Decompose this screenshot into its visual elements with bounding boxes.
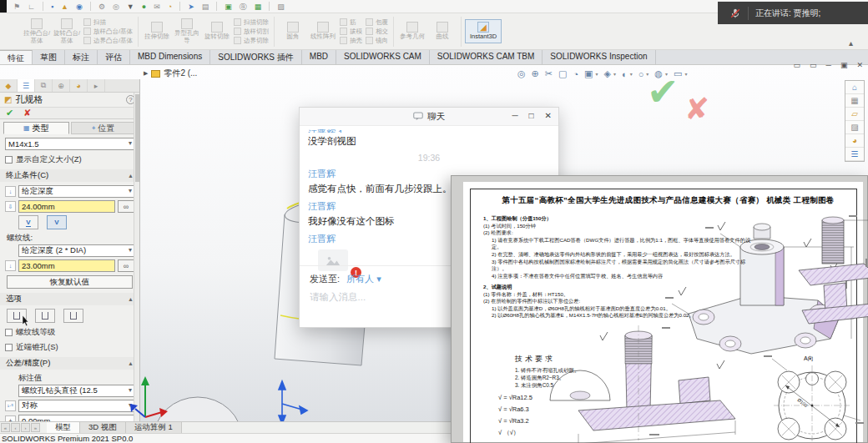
- hole-depth-input[interactable]: 24.00mm: [18, 200, 115, 213]
- display-style-icon[interactable]: ◈: [604, 68, 611, 79]
- close-icon[interactable]: ✕: [545, 111, 552, 120]
- instant3d-button[interactable]: ◢ Instant3D: [465, 19, 502, 43]
- near-side-countersink-checkbox[interactable]: 近端锥孔(S): [5, 342, 134, 353]
- nav-next-icon[interactable]: ›: [21, 423, 30, 432]
- design-library-icon[interactable]: ▦: [845, 94, 864, 108]
- nav-first-icon[interactable]: «: [1, 423, 10, 432]
- show-custom-size-checkbox[interactable]: 显示自定义大小(Z): [5, 154, 134, 165]
- overflow-tab[interactable]: ▸: [88, 79, 105, 92]
- revolved-boss-button[interactable]: 旋转凸台/基体: [52, 18, 82, 44]
- extruded-boss-button[interactable]: 拉伸凸台/基体: [22, 18, 52, 44]
- file-explorer-icon[interactable]: ▱: [845, 108, 864, 121]
- cascade-icon[interactable]: ▭: [810, 61, 817, 69]
- close-icon[interactable]: ✕: [856, 61, 863, 69]
- tab-position[interactable]: ⌖位置: [71, 122, 137, 134]
- revolved-cut-button[interactable]: 旋转切除: [202, 22, 232, 40]
- curves-button[interactable]: 曲线: [427, 22, 457, 40]
- link-values-button[interactable]: ∞: [118, 200, 134, 213]
- tab-addins[interactable]: SOLIDWORKS 插件: [210, 50, 302, 64]
- edit-appearance-icon[interactable]: ○: [638, 69, 644, 79]
- ok-button[interactable]: ✔: [6, 108, 13, 118]
- print-icon[interactable]: ▼: [127, 1, 134, 13]
- end-condition-select[interactable]: 给定深度: [18, 185, 134, 198]
- view-orientation-icon[interactable]: ▣: [584, 68, 593, 79]
- select-tool-icon[interactable]: ⚑: [13, 1, 20, 13]
- end-condition-header[interactable]: 终止条件(C)▲: [0, 169, 139, 182]
- wrap-button[interactable]: 包覆: [366, 18, 388, 27]
- expand-arrow-icon[interactable]: ▶: [144, 70, 148, 77]
- minimize-icon[interactable]: ─: [826, 61, 831, 69]
- tab-3d-views[interactable]: 3D 视图: [80, 422, 126, 434]
- swept-boss-button[interactable]: 扫描: [83, 18, 133, 27]
- send-to-select[interactable]: 所有人 ▾: [346, 273, 381, 285]
- nav-last-icon[interactable]: »: [31, 423, 40, 432]
- tab-type[interactable]: ▦类型: [3, 122, 69, 134]
- chat-titlebar[interactable]: 聊天 ─ □ ✕: [300, 108, 558, 126]
- thread-depth-input[interactable]: 23.00mm: [18, 259, 115, 272]
- chevron-down-icon[interactable]: ▾: [630, 71, 633, 77]
- tab-annotation[interactable]: 标注: [65, 50, 98, 64]
- feature-tree-root[interactable]: ▶ 零件2 (...: [144, 68, 197, 79]
- tolerance-header[interactable]: 公差/精度(P)▲: [0, 357, 139, 370]
- lofted-boss-button[interactable]: 放样凸台/基体: [83, 28, 133, 36]
- thread-class-checkbox[interactable]: 螺纹线等级: [5, 327, 134, 338]
- new-window-icon[interactable]: ▭: [794, 61, 801, 69]
- callout-value-select[interactable]: 螺纹孔钻头直径 (12.5: [18, 385, 134, 397]
- sketch-tool-icon[interactable]: ∟: [28, 1, 35, 13]
- tab-mbd[interactable]: MBD: [302, 50, 336, 64]
- minimize-icon[interactable]: ─: [512, 111, 517, 120]
- table-icon[interactable]: ▦: [255, 1, 262, 13]
- tab-model[interactable]: 模型: [47, 422, 80, 434]
- save-icon[interactable]: ◉: [76, 1, 83, 13]
- zoom-fit-icon[interactable]: ◎: [517, 68, 526, 79]
- dimxpert-manager-tab[interactable]: ⊕: [53, 79, 70, 92]
- tab-evaluate[interactable]: 评估: [98, 50, 130, 64]
- callout-option-2-button[interactable]: [35, 309, 55, 323]
- mirror-button[interactable]: 镜向: [366, 37, 388, 45]
- lofted-cut-button[interactable]: 放样切割: [234, 28, 269, 36]
- exam-document-window[interactable]: A向 Ø: [451, 175, 868, 443]
- intersect-button[interactable]: 相交: [366, 28, 388, 36]
- configuration-manager-tab[interactable]: ⧉: [35, 79, 53, 92]
- cancel-button[interactable]: ✘: [23, 108, 31, 118]
- chevron-down-icon[interactable]: ▾: [613, 71, 616, 77]
- options-header[interactable]: 选项▲: [0, 293, 139, 305]
- tab-mbd-dimensions[interactable]: MBD Dimensions: [130, 50, 210, 64]
- tab-sketch[interactable]: 草图: [33, 50, 65, 64]
- open-file-icon[interactable]: ▲: [61, 1, 68, 13]
- section-view-icon[interactable]: ✂: [545, 68, 553, 79]
- appearance-icon[interactable]: ◔: [573, 69, 578, 79]
- settings-icon[interactable]: ⚙: [98, 1, 105, 13]
- panel-scrollbar[interactable]: [134, 93, 139, 421]
- display-manager-tab[interactable]: ◕: [70, 79, 88, 92]
- confirm-cancel-mark[interactable]: ✘: [684, 92, 709, 127]
- hole-size-select[interactable]: M14x1.5: [5, 138, 134, 150]
- tolerance-value-input[interactable]: 0.00mm: [18, 415, 134, 421]
- flag-icon[interactable]: ➤: [188, 1, 194, 13]
- view-palette-icon[interactable]: ▨: [845, 121, 864, 134]
- undo-icon[interactable]: ●: [142, 1, 146, 13]
- fillet-button[interactable]: 圆角: [278, 22, 308, 40]
- shell-button[interactable]: 抽壳: [340, 37, 362, 45]
- callout-option-3-button[interactable]: [63, 309, 83, 323]
- drawing-icon[interactable]: ▢: [558, 68, 567, 79]
- annotate-icon[interactable]: ⓐ: [240, 1, 247, 13]
- tab-cam[interactable]: SOLIDWORKS CAM: [336, 50, 430, 64]
- chevron-down-icon[interactable]: ▾: [684, 71, 687, 77]
- muted-microphone-icon[interactable]: [729, 8, 741, 19]
- zoom-area-icon[interactable]: ⊕: [532, 68, 539, 79]
- linear-pattern-button[interactable]: 线性阵列: [308, 22, 338, 40]
- thread-condition-select[interactable]: 给定深度 (2 * DIA): [18, 244, 134, 257]
- mail-icon[interactable]: ✉: [154, 1, 160, 13]
- export-icon[interactable]: ▣: [225, 1, 232, 13]
- nav-prev-icon[interactable]: ‹: [11, 423, 20, 432]
- thread-cond-b-button[interactable]: V: [47, 215, 67, 229]
- rib-button[interactable]: 筋: [340, 18, 362, 27]
- tab-features[interactable]: 特征: [0, 50, 33, 64]
- property-manager-tab[interactable]: ☰: [18, 79, 35, 92]
- new-file-icon[interactable]: ▪: [51, 1, 53, 13]
- properties-icon[interactable]: ▤: [202, 1, 209, 13]
- options-icon[interactable]: ◔: [168, 1, 172, 13]
- scrollbar-thumb[interactable]: [135, 94, 139, 182]
- ribbon-collapse-icon[interactable]: ▴: [849, 38, 853, 48]
